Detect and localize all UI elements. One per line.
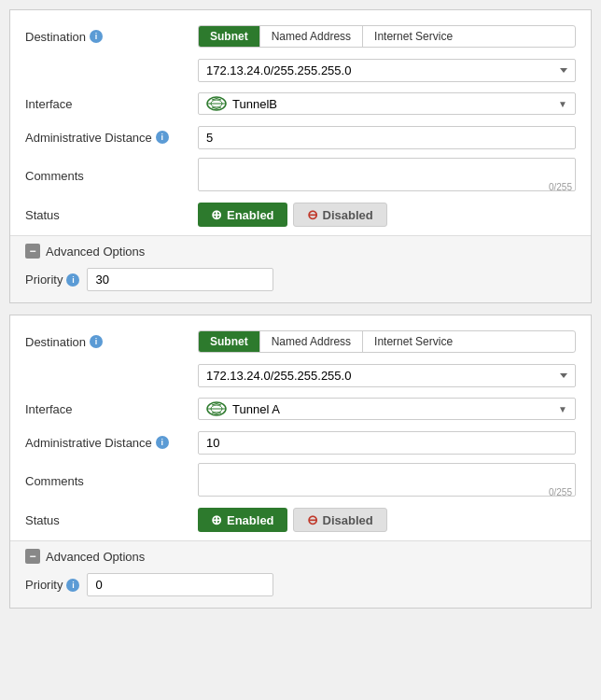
admin-distance-info-icon[interactable]: i [156, 436, 169, 449]
interface-row: Interface TunnelB ▼ [25, 91, 576, 117]
enabled-label: Enabled [227, 513, 274, 527]
enabled-icon: ⊕ [211, 207, 222, 222]
status-label: Status [25, 208, 198, 222]
status-enabled-button[interactable]: ⊕ Enabled [198, 508, 287, 532]
interface-select[interactable]: TunnelB ▼ [198, 92, 576, 115]
subnet-select[interactable]: 172.13.24.0/255.255.255.0 [198, 59, 576, 82]
status-buttons: ⊕ Enabled ⊖ Disabled [198, 203, 576, 227]
admin-distance-input[interactable] [198, 431, 576, 455]
admin-distance-text: Administrative Distance [25, 436, 152, 450]
route-card-1: Destination i Subnet Named Address Inter… [9, 9, 592, 303]
disabled-icon: ⊖ [307, 512, 318, 527]
enabled-icon: ⊕ [211, 512, 222, 527]
interface-value: TunnelB [232, 97, 549, 111]
interface-select[interactable]: Tunnel A ▼ [198, 398, 576, 420]
comments-wrapper: 0/255 [198, 463, 576, 499]
admin-distance-info-icon[interactable]: i [156, 131, 169, 144]
admin-distance-input[interactable] [198, 126, 576, 149]
tab-subnet[interactable]: Subnet [199, 331, 260, 352]
admin-distance-text: Administrative Distance [25, 131, 152, 145]
destination-row: Destination i Subnet Named Address Inter… [25, 23, 576, 49]
advanced-header[interactable]: − Advanced Options [25, 549, 576, 564]
tab-named-address[interactable]: Named Address [260, 331, 363, 352]
priority-input[interactable] [87, 573, 273, 596]
interface-select-wrapper: TunnelB ▼ [198, 92, 576, 115]
advanced-section: − Advanced Options Priority i [10, 235, 591, 302]
status-buttons: ⊕ Enabled ⊖ Disabled [198, 508, 576, 532]
subnet-row: 172.13.24.0/255.255.255.0 [25, 362, 576, 388]
priority-label: Priority i [25, 578, 79, 592]
interface-row: Interface Tunnel A ▼ [25, 396, 576, 422]
status-disabled-button[interactable]: ⊖ Disabled [293, 203, 387, 227]
admin-distance-row: Administrative Distance i [25, 124, 576, 150]
interface-label: Interface [25, 402, 198, 416]
interface-label: Interface [25, 97, 198, 111]
advanced-title: Advanced Options [46, 550, 145, 564]
destination-text: Destination [25, 30, 86, 44]
comments-char-count: 0/255 [549, 182, 572, 192]
destination-tab-group-wrapper: Subnet Named Address Internet Service [198, 330, 576, 353]
advanced-section: − Advanced Options Priority i [10, 540, 591, 608]
comments-label: Comments [25, 169, 198, 183]
priority-text: Priority [25, 273, 63, 287]
priority-row: Priority i [25, 268, 576, 291]
collapse-icon: − [25, 549, 40, 564]
admin-distance-label: Administrative Distance i [25, 131, 198, 145]
advanced-title: Advanced Options [46, 245, 145, 259]
enabled-label: Enabled [227, 208, 274, 222]
interface-dropdown-arrow: ▼ [558, 99, 567, 109]
status-row: Status ⊕ Enabled ⊖ Disabled [25, 507, 576, 533]
priority-label: Priority i [25, 273, 79, 287]
destination-label: Destination i [25, 335, 198, 349]
disabled-label: Disabled [323, 513, 373, 527]
priority-row: Priority i [25, 573, 576, 596]
comments-wrapper: 0/255 [198, 158, 576, 194]
disabled-icon: ⊖ [307, 207, 318, 222]
status-disabled-button[interactable]: ⊖ Disabled [293, 508, 387, 532]
tab-internet-service[interactable]: Internet Service [363, 26, 464, 47]
comments-label: Comments [25, 474, 198, 488]
destination-tab-group-wrapper: Subnet Named Address Internet Service [198, 25, 576, 48]
destination-tab-group: Subnet Named Address Internet Service [198, 25, 576, 48]
advanced-header[interactable]: − Advanced Options [25, 244, 576, 259]
subnet-select[interactable]: 172.13.24.0/255.255.255.0 [198, 364, 576, 387]
tab-named-address[interactable]: Named Address [260, 26, 363, 47]
interface-select-wrapper: Tunnel A ▼ [198, 398, 576, 420]
admin-distance-input-wrapper [198, 431, 576, 455]
comments-input[interactable] [198, 463, 576, 497]
destination-info-icon[interactable]: i [90, 30, 103, 43]
subnet-select-wrapper: 172.13.24.0/255.255.255.0 [198, 59, 576, 82]
interface-value: Tunnel A [232, 402, 549, 416]
comments-input[interactable] [198, 158, 576, 191]
status-row: Status ⊕ Enabled ⊖ Disabled [25, 202, 576, 228]
destination-text: Destination [25, 335, 86, 349]
status-label: Status [25, 513, 198, 527]
destination-row: Destination i Subnet Named Address Inter… [25, 329, 576, 355]
priority-info-icon[interactable]: i [66, 273, 79, 287]
comments-row: Comments 0/255 [25, 158, 576, 194]
status-group: ⊕ Enabled ⊖ Disabled [198, 508, 576, 532]
destination-tab-group: Subnet Named Address Internet Service [198, 330, 576, 353]
collapse-icon: − [25, 244, 40, 259]
status-enabled-button[interactable]: ⊕ Enabled [198, 203, 287, 227]
route-card-2: Destination i Subnet Named Address Inter… [9, 315, 592, 609]
status-group: ⊕ Enabled ⊖ Disabled [198, 203, 576, 227]
disabled-label: Disabled [323, 208, 373, 222]
interface-dropdown-arrow: ▼ [558, 404, 567, 414]
admin-distance-row: Administrative Distance i [25, 429, 576, 455]
priority-info-icon[interactable]: i [66, 579, 79, 592]
comments-row: Comments 0/255 [25, 463, 576, 499]
tab-subnet[interactable]: Subnet [199, 26, 260, 47]
tab-internet-service[interactable]: Internet Service [363, 331, 464, 352]
comments-area-wrap: 0/255 [198, 158, 576, 194]
comments-char-count: 0/255 [549, 487, 572, 497]
admin-distance-label: Administrative Distance i [25, 436, 198, 450]
destination-label: Destination i [25, 30, 198, 44]
subnet-select-wrapper: 172.13.24.0/255.255.255.0 [198, 364, 576, 387]
priority-input[interactable] [87, 268, 273, 291]
destination-info-icon[interactable]: i [90, 335, 103, 348]
subnet-row: 172.13.24.0/255.255.255.0 [25, 57, 576, 83]
priority-text: Priority [25, 578, 63, 592]
admin-distance-input-wrapper [198, 126, 576, 149]
comments-area-wrap: 0/255 [198, 463, 576, 499]
